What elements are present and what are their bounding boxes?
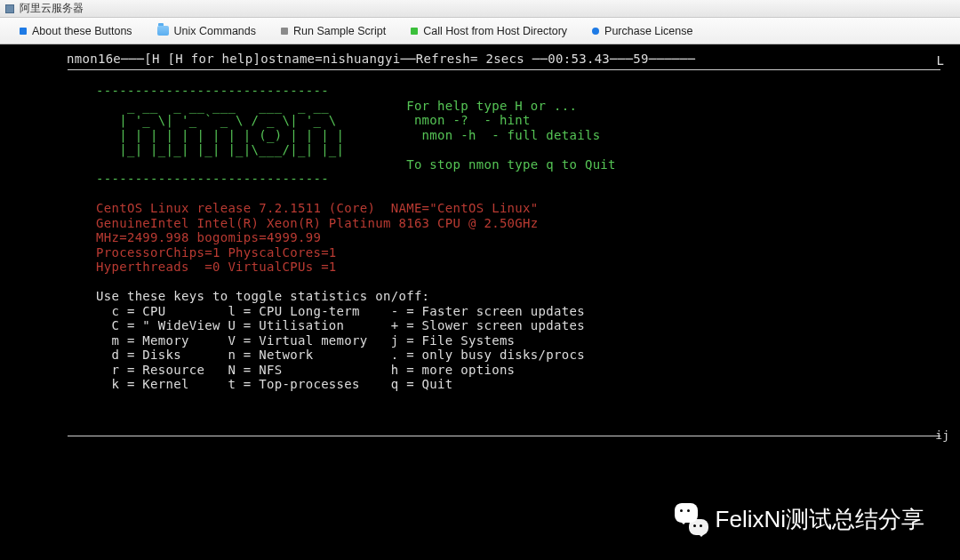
window-titlebar: 阿里云服务器 (0, 0, 960, 18)
script-icon (281, 28, 288, 35)
purchase-license[interactable]: Purchase License (580, 21, 705, 41)
header-right: L (937, 53, 944, 68)
toolbar-label: Purchase License (604, 25, 692, 37)
keys-help: Use these keys to toggle statistics on/o… (96, 289, 429, 303)
divider-top (68, 69, 940, 70)
sys-info: CentOS Linux release 7.2.1511 (Core) NAM… (96, 201, 539, 215)
ascii-art: ------------------------------ (96, 84, 329, 98)
toolbar-label: About these Buttons (32, 25, 132, 37)
about-buttons[interactable]: About these Buttons (7, 21, 145, 41)
window-title: 阿里云服务器 (20, 1, 84, 16)
folder-icon (157, 26, 169, 36)
license-icon (592, 28, 599, 35)
toolbar-label: Run Sample Script (293, 25, 386, 37)
unix-commands[interactable]: Unix Commands (145, 21, 268, 41)
nmon-header: nmon16e───[H [H for help]ostname=nishuan… (0, 52, 960, 66)
run-sample-script[interactable]: Run Sample Script (268, 21, 398, 41)
divider-mid (68, 436, 940, 436)
toolbar: About these Buttons Unix Commands Run Sa… (0, 18, 960, 44)
terminal-body: ------------------------------ _ __ _ __… (0, 66, 960, 392)
call-host[interactable]: Call Host from Host Directory (398, 21, 580, 41)
window-icon (5, 4, 14, 13)
terminal[interactable]: nmon16e───[H [H for help]ostname=nishuan… (0, 44, 960, 560)
corner-ij: ij (935, 428, 949, 442)
watermark-text: FelixNi测试总结分享 (716, 504, 924, 535)
watermark: FelixNi测试总结分享 (675, 503, 924, 535)
host-icon (411, 28, 418, 35)
wechat-icon (675, 503, 707, 535)
toolbar-label: Call Host from Host Directory (423, 25, 567, 37)
toolbar-label: Unix Commands (174, 25, 256, 37)
about-icon (20, 28, 27, 35)
